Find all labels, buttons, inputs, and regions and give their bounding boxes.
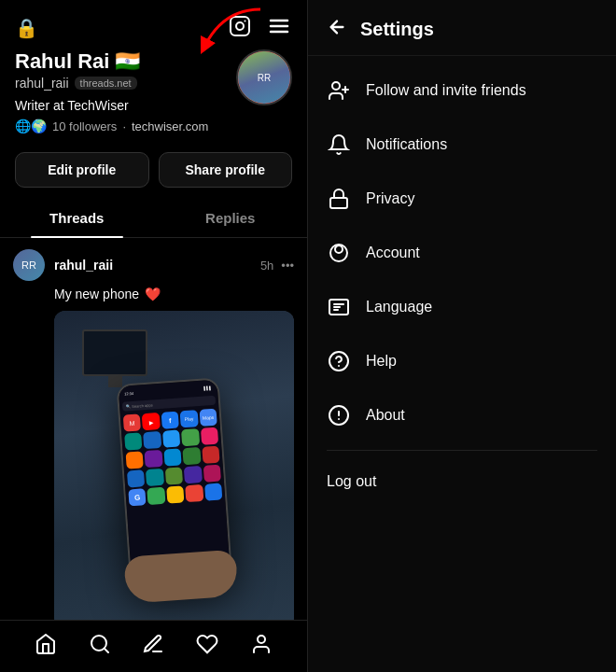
- profile-info: Rahul Rai 🇮🇳 rahul_raii threads.net Writ…: [15, 49, 236, 133]
- post-header: RR rahul_raii 5h •••: [13, 249, 294, 281]
- post-avatar: RR: [13, 249, 45, 281]
- settings-title: Settings: [360, 19, 434, 40]
- compose-nav-button[interactable]: [131, 629, 175, 665]
- follow-icon: [327, 78, 351, 103]
- profile-nav-button[interactable]: [239, 629, 284, 665]
- notifications-label: Notifications: [366, 136, 447, 153]
- home-nav-button[interactable]: [23, 629, 68, 665]
- right-panel: Settings Follow and invite friends: [308, 0, 616, 672]
- privacy-lock-icon: [327, 187, 351, 211]
- about-icon: [327, 403, 351, 427]
- tab-threads[interactable]: Threads: [0, 199, 154, 237]
- menu-button[interactable]: [266, 13, 292, 42]
- svg-rect-0: [231, 17, 249, 35]
- svg-line-8: [104, 648, 107, 651]
- likes-nav-button[interactable]: [185, 629, 230, 665]
- profile-username: rahul_raii threads.net: [15, 76, 236, 91]
- followers-icon: 🌐🌍: [15, 119, 47, 133]
- account-label: Account: [366, 245, 420, 261]
- settings-divider: [327, 450, 597, 451]
- settings-header: Settings: [308, 0, 616, 56]
- settings-item-privacy[interactable]: Privacy: [308, 172, 616, 226]
- back-button[interactable]: [327, 17, 347, 42]
- post-image: 12:34 ▌▌▌ 🔍 Search apps M ▶ f Play: [54, 311, 294, 620]
- post-text: My new phone ❤️: [54, 287, 294, 301]
- top-bar-icons: [227, 13, 292, 42]
- settings-item-about[interactable]: About: [308, 388, 616, 442]
- settings-item-help[interactable]: Help: [308, 334, 616, 388]
- language-label: Language: [366, 299, 432, 315]
- svg-point-14: [335, 245, 343, 253]
- lock-icon: 🔒: [15, 17, 38, 39]
- settings-item-notifications[interactable]: Notifications: [308, 118, 616, 172]
- avatar: RR: [236, 49, 292, 105]
- settings-item-language[interactable]: Language: [308, 280, 616, 334]
- post-username: rahul_raii: [54, 258, 113, 273]
- follow-label: Follow and invite friends: [366, 82, 526, 99]
- account-icon: [327, 241, 351, 265]
- settings-item-logout[interactable]: Log out: [308, 458, 616, 505]
- svg-rect-13: [330, 198, 347, 208]
- profile-name: Rahul Rai 🇮🇳: [15, 49, 236, 74]
- privacy-label: Privacy: [366, 190, 414, 207]
- left-panel: 🔒: [0, 0, 308, 672]
- tab-replies[interactable]: Replies: [154, 199, 308, 237]
- post-time: 5h: [260, 259, 273, 273]
- post-time-more: 5h •••: [260, 259, 294, 273]
- post-meta: rahul_raii: [54, 258, 113, 273]
- settings-item-account[interactable]: Account: [308, 226, 616, 280]
- profile-bio: Writer at TechWiser: [15, 98, 236, 113]
- svg-point-1: [236, 22, 244, 30]
- post-user-info: RR rahul_raii: [13, 249, 113, 281]
- settings-list: Follow and invite friends Notifications …: [308, 56, 616, 672]
- profile-section: Rahul Rai 🇮🇳 rahul_raii threads.net Writ…: [0, 49, 307, 145]
- svg-point-2: [245, 21, 246, 22]
- feed-section: RR rahul_raii 5h ••• My new phone ❤️: [0, 238, 307, 620]
- share-profile-button[interactable]: Share profile: [159, 152, 293, 188]
- about-label: About: [366, 407, 405, 424]
- action-buttons: Edit profile Share profile: [0, 145, 307, 199]
- language-icon: [327, 295, 351, 319]
- help-icon: [327, 349, 351, 373]
- flag-emoji: 🇮🇳: [115, 49, 140, 74]
- bottom-nav: [0, 620, 307, 672]
- phone-mockup: 12:34 ▌▌▌ 🔍 Search apps M ▶ f Play: [54, 311, 294, 620]
- settings-item-follow[interactable]: Follow and invite friends: [308, 63, 616, 118]
- heart-emoji: ❤️: [145, 287, 161, 301]
- tabs-row: Threads Replies: [0, 199, 307, 238]
- threads-badge: threads.net: [75, 77, 137, 90]
- svg-point-9: [258, 636, 265, 643]
- instagram-button[interactable]: [227, 13, 253, 42]
- avatar-inner: RR: [238, 51, 290, 104]
- help-label: Help: [366, 353, 397, 370]
- bell-icon: [327, 133, 351, 157]
- svg-point-10: [332, 82, 340, 90]
- search-nav-button[interactable]: [77, 629, 122, 665]
- top-bar: 🔒: [0, 0, 307, 49]
- edit-profile-button[interactable]: Edit profile: [15, 152, 149, 188]
- profile-followers: 🌐🌍 10 followers · techwiser.com: [15, 119, 236, 133]
- more-options-icon[interactable]: •••: [281, 259, 294, 273]
- logout-label: Log out: [327, 473, 376, 489]
